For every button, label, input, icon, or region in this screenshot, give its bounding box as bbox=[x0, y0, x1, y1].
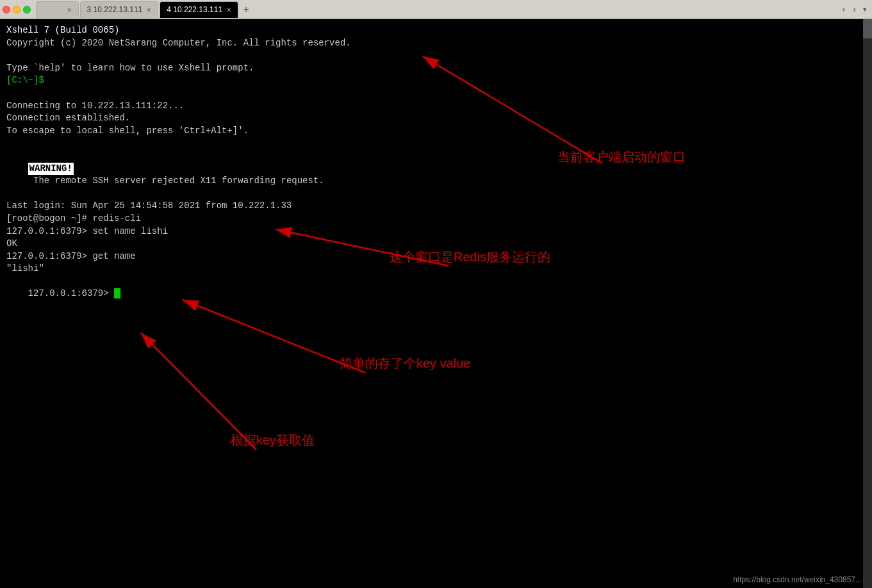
label-ann3: 简单的存了个key value bbox=[340, 356, 471, 370]
terminal-line-set: 127.0.0.1:6379> set name lishi bbox=[6, 225, 866, 238]
terminal-line-ok: OK bbox=[6, 238, 866, 250]
scrollbar[interactable] bbox=[863, 19, 872, 588]
terminal-line-prompt: [C:\~]$ bbox=[6, 74, 866, 87]
terminal-line-lishi: "lishi" bbox=[6, 263, 866, 275]
tab-3[interactable]: 3 10.222.13.111 ✕ bbox=[80, 1, 159, 18]
watermark: https://blog.csdn.net/weixin_430857... bbox=[733, 575, 862, 584]
terminal-line-blank-1 bbox=[6, 49, 866, 62]
tab-1-label bbox=[43, 6, 63, 13]
label-ann4: 根据key获取值 bbox=[231, 433, 315, 447]
terminal-line-warning: WARNING! The remote SSH server rejected … bbox=[6, 150, 866, 200]
nav-menu-button[interactable]: ▾ bbox=[860, 4, 869, 15]
traffic-lights bbox=[3, 6, 31, 13]
terminal-line-redis-cli: [root@bogon ~]# redis-cli bbox=[6, 213, 866, 225]
terminal-line-escape: To escape to local shell, press 'Ctrl+Al… bbox=[6, 125, 866, 138]
new-tab-button[interactable]: + bbox=[240, 3, 252, 16]
terminal-cursor bbox=[114, 288, 120, 298]
terminal-line-3: Type `help' to learn how to use Xshell p… bbox=[6, 62, 866, 75]
tab-4[interactable]: 4 10.222.13.111 ✕ bbox=[160, 1, 238, 18]
tab-4-label: 4 10.222.13.111 bbox=[167, 5, 222, 14]
close-button[interactable] bbox=[3, 6, 10, 13]
nav-arrows: ‹ › ▾ bbox=[839, 4, 869, 15]
titlebar: ✕ 3 10.222.13.111 ✕ 4 10.222.13.111 ✕ + … bbox=[0, 0, 872, 19]
tab-bar: ✕ 3 10.222.13.111 ✕ 4 10.222.13.111 ✕ + bbox=[36, 0, 838, 19]
terminal-line-blank-2 bbox=[6, 87, 866, 100]
tab-1-close[interactable]: ✕ bbox=[67, 6, 72, 13]
tab-1[interactable]: ✕ bbox=[36, 1, 79, 18]
tab-4-close[interactable]: ✕ bbox=[226, 6, 231, 13]
terminal-line-1: Xshell 7 (Build 0065) bbox=[6, 24, 866, 37]
nav-next-button[interactable]: › bbox=[850, 4, 859, 15]
warning-badge: WARNING! bbox=[28, 163, 74, 176]
tab-3-label: 3 10.222.13.111 bbox=[87, 5, 143, 14]
terminal-line-2: Copyright (c) 2020 NetSarang Computer, I… bbox=[6, 37, 866, 50]
terminal-line-blank-3 bbox=[6, 137, 866, 150]
arrow-ann4 bbox=[141, 333, 256, 450]
terminal[interactable]: Xshell 7 (Build 0065) Copyright (c) 2020… bbox=[0, 19, 872, 588]
maximize-button[interactable] bbox=[23, 6, 31, 13]
terminal-line-connecting: Connecting to 10.222.13.111:22... bbox=[6, 100, 866, 113]
minimize-button[interactable] bbox=[13, 6, 21, 13]
terminal-line-get: 127.0.0.1:6379> get name bbox=[6, 250, 866, 263]
nav-prev-button[interactable]: ‹ bbox=[839, 4, 848, 15]
terminal-line-established: Connection established. bbox=[6, 112, 866, 125]
terminal-line-lastlogin: Last login: Sun Apr 25 14:54:58 2021 fro… bbox=[6, 200, 866, 213]
tab-3-close[interactable]: ✕ bbox=[146, 6, 151, 13]
scrollbar-thumb[interactable] bbox=[863, 19, 872, 38]
terminal-line-cursor: 127.0.0.1:6379> bbox=[6, 275, 866, 313]
